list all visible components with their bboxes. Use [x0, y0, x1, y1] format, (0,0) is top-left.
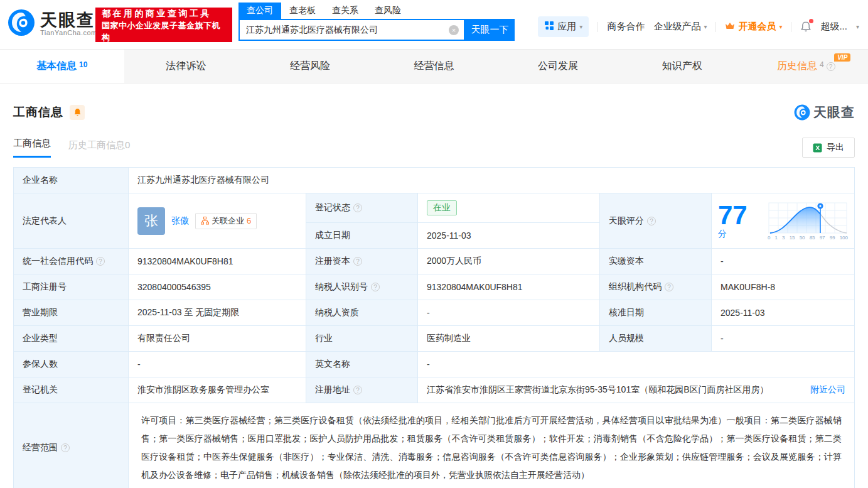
help-icon[interactable]: ? [353, 257, 362, 266]
search-tabs: 查公司 查老板 查关系 查风险 [238, 3, 515, 19]
tab-operation-risk[interactable]: 经营风险 [248, 50, 372, 83]
field-label: 组织机构代码 ? [600, 274, 712, 300]
tab-label: 经营风险 [290, 60, 330, 73]
vip-badge: VIP [834, 53, 850, 62]
tab-operation-info[interactable]: 经营信息 [372, 50, 496, 83]
paid-capital-value: - [712, 249, 855, 274]
tab-label: 基本信息 [36, 60, 77, 73]
tab-count: 10 [79, 60, 87, 69]
approval-date-value: 2025-11-03 [712, 300, 855, 326]
field-label: 行业 [306, 326, 418, 352]
field-label: 纳税人识别号 ? [306, 274, 418, 300]
score-value: 77 [718, 200, 747, 230]
field-label: 登记机关 [14, 377, 129, 403]
excel-icon [813, 143, 822, 153]
establish-date-value: 2025-11-03 [418, 223, 600, 249]
status-badge: 在业 [427, 200, 457, 215]
search-tab-relation[interactable]: 查关系 [324, 3, 367, 19]
tab-history-info[interactable]: 历史信息 4 ? VIP [744, 50, 868, 83]
field-label: 天眼评分 ? [600, 193, 712, 249]
field-label: 工商注册号 [14, 274, 129, 300]
table-row: 统一社会信用代码 ? 91320804MAK0UF8H81 注册资本 ? 200… [14, 249, 855, 274]
tianyancha-logo[interactable]: 天眼查 TianYanCha.com [8, 9, 97, 39]
org-chart-icon [201, 217, 209, 225]
subtab-history-business-info[interactable]: 历史工商信息0 [68, 139, 130, 158]
reg-number-value: 320804000546395 [129, 274, 306, 300]
help-icon[interactable]: ? [371, 283, 380, 291]
nav-divider [791, 22, 791, 32]
brand-domain: TianYanCha.com [40, 29, 97, 36]
business-term-value: 2025-11-03 至 无固定期限 [129, 300, 306, 326]
search-input[interactable] [240, 20, 464, 40]
watermark-logo: 天眼查 [794, 104, 855, 121]
tab-label: 法律诉讼 [166, 60, 206, 73]
search-tab-company[interactable]: 查公司 [238, 3, 281, 19]
tab-intellectual-property[interactable]: 知识产权 [620, 50, 744, 83]
field-label: 纳税人资质 [306, 300, 418, 326]
search-button[interactable]: 天眼一下 [465, 19, 515, 41]
reg-authority-value: 淮安市淮阴区政务服务管理办公室 [129, 377, 306, 403]
help-icon[interactable]: ? [827, 62, 835, 71]
taxpayer-id-value: 91320804MAK0UF8H81 [418, 274, 600, 300]
table-row: 企业类型 有限责任公司 行业 医药制造业 人员规模 - [14, 326, 855, 352]
help-icon[interactable]: ? [647, 217, 656, 225]
search-area: 查公司 查老板 查关系 查风险 × 天眼一下 [238, 3, 515, 41]
reg-address-cell: 江苏省淮安市淮阴区王家营街道北京东街95-35号101室（颐和花园B区门面房社区… [418, 377, 855, 403]
nav-cooperation[interactable]: 商务合作 [607, 21, 645, 33]
notification-dot [809, 19, 813, 23]
score-distribution-chart: 01 315 5085 9799 100 [768, 202, 848, 241]
table-row: 经营范围 ? 许可项目：第三类医疗器械经营；第三类医疗设备租赁（依法须经批准的项… [14, 403, 855, 488]
watermark-text: 天眼查 [813, 104, 855, 121]
nav-open-vip[interactable]: 开通会员 ▾ [725, 21, 782, 33]
chevron-down-icon[interactable]: ▾ [856, 23, 859, 30]
apps-menu[interactable]: 应用 ▾ [538, 16, 589, 37]
help-icon[interactable]: ? [353, 203, 362, 212]
help-icon[interactable]: ? [665, 283, 673, 291]
chevron-down-icon: ▾ [704, 23, 707, 30]
search-tab-risk[interactable]: 查风险 [367, 3, 409, 19]
enterprise-label: 企业级产品 [653, 21, 700, 33]
table-row: 登记机关 淮安市淮阴区政务服务管理办公室 注册地址 ? 江苏省淮安市淮阴区王家营… [14, 377, 855, 403]
table-row: 工商注册号 320804000546395 纳税人识别号 ? 91320804M… [14, 274, 855, 300]
bell-icon [73, 108, 82, 117]
open-vip-label: 开通会员 [738, 21, 776, 33]
tab-label: 历史信息 [777, 60, 817, 73]
score-axis: 01 315 5085 9799 100 [768, 235, 848, 241]
notification-bell[interactable] [800, 21, 812, 33]
help-icon[interactable]: ? [353, 386, 362, 394]
tab-legal[interactable]: 法律诉讼 [124, 50, 249, 83]
field-label: 经营范围 ? [14, 403, 129, 488]
subscribe-bell-button[interactable] [70, 105, 85, 120]
export-label: 导出 [827, 142, 844, 153]
nav-enterprise[interactable]: 企业级产品 ▾ [653, 21, 707, 33]
search-tab-boss[interactable]: 查老板 [281, 3, 324, 19]
business-scope-cell: 许可项目：第三类医疗器械经营；第三类医疗设备租赁（依法须经批准的项目，经相关部门… [129, 403, 855, 488]
nav-super-vip[interactable]: 超级... [820, 21, 847, 33]
export-button[interactable]: 导出 [802, 138, 855, 158]
super-vip-label: 超级... [820, 21, 847, 33]
clear-icon[interactable]: × [449, 25, 459, 35]
banner-line2: 国家中小企业发展子基金旗下机构 [102, 19, 226, 43]
company-name-value: 江苏九州通苏北医疗器械有限公司 [129, 168, 855, 193]
tab-basic-info[interactable]: 基本信息 10 [0, 50, 124, 83]
tab-company-development[interactable]: 公司发展 [496, 50, 620, 83]
company-type-value: 有限责任公司 [129, 326, 306, 352]
table-row: 法定代表人 张 张傲 关联企业 6 [14, 193, 855, 223]
nearby-companies-link[interactable]: 附近公司 [810, 384, 845, 396]
business-scope-value: 许可项目：第三类医疗器械经营；第三类医疗设备租赁（依法须经批准的项目，经相关部门… [141, 411, 842, 484]
field-label: 统一社会信用代码 ? [14, 249, 129, 274]
field-label: 英文名称 [306, 352, 418, 377]
legal-rep-link[interactable]: 张傲 [171, 215, 189, 227]
subtab-business-info[interactable]: 工商信息 [13, 138, 51, 158]
table-row: 企业名称 江苏九州通苏北医疗器械有限公司 [14, 168, 855, 193]
help-icon[interactable]: ? [96, 257, 105, 266]
chevron-down-icon: ▾ [779, 23, 782, 30]
legal-rep-cell: 张 张傲 关联企业 6 [129, 193, 306, 249]
related-companies-badge[interactable]: 关联企业 6 [195, 213, 257, 229]
apps-grid-icon [544, 21, 554, 33]
tab-label: 经营信息 [414, 60, 454, 73]
score-cell[interactable]: 77分 [712, 193, 855, 249]
avatar[interactable]: 张 [137, 207, 165, 235]
help-icon[interactable]: ? [61, 443, 70, 452]
brand-name: 天眼查 [40, 11, 97, 29]
